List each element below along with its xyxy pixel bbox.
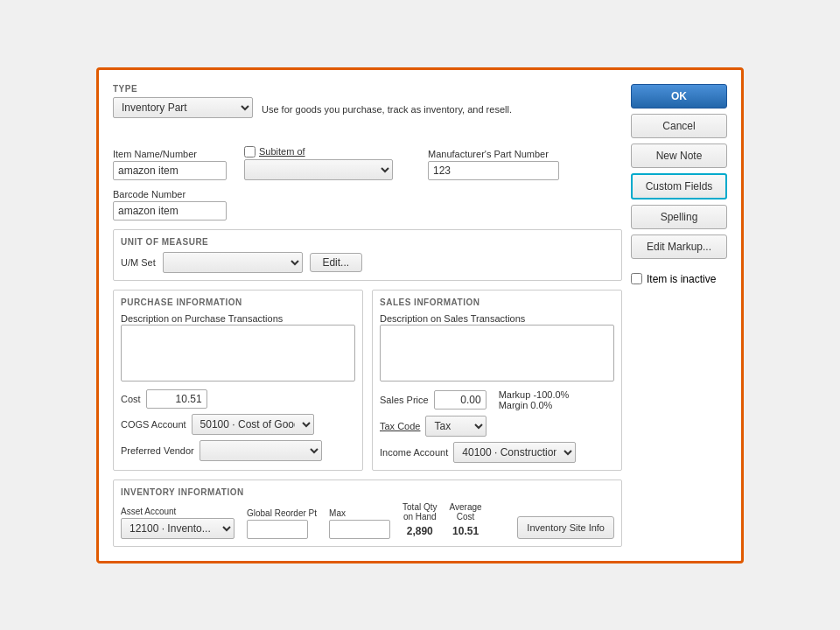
sales-price-input[interactable] <box>434 390 486 410</box>
item-name-input[interactable] <box>113 161 227 180</box>
type-description: Use for goods you purchase, track as inv… <box>262 101 512 118</box>
manufacturer-label: Manufacturer's Part Number <box>428 149 559 159</box>
subitem-label[interactable]: Subitem of <box>259 146 305 157</box>
edit-uom-button[interactable]: Edit... <box>310 253 362 272</box>
max-input[interactable] <box>329 520 390 539</box>
purchase-description[interactable] <box>121 325 355 382</box>
new-note-button[interactable]: New Note <box>631 144 727 168</box>
ok-button[interactable]: OK <box>631 84 727 108</box>
main-dialog: TYPE Inventory Part Use for goods you pu… <box>96 67 744 564</box>
sales-desc-label: Description on Sales Transactions <box>380 313 525 324</box>
avg-cost-label: AverageCost <box>450 502 482 522</box>
type-section-label: TYPE <box>113 84 622 94</box>
reorder-label: Global Reorder Pt <box>247 508 317 518</box>
cost-input[interactable] <box>146 389 207 409</box>
sales-price-label: Sales Price <box>380 395 429 405</box>
tax-code-select[interactable]: Tax Non <box>425 416 486 437</box>
custom-fields-button[interactable]: Custom Fields <box>631 173 727 200</box>
tax-code-label: Tax Code <box>380 421 420 431</box>
cogs-label: COGS Account <box>121 419 186 430</box>
max-label: Max <box>329 508 390 518</box>
sales-header: SALES INFORMATION <box>380 298 614 307</box>
barcode-input[interactable] <box>113 201 227 220</box>
asset-select[interactable]: 12100 · Invento... <box>121 518 234 539</box>
item-inactive-label: Item is inactive <box>647 273 716 285</box>
inventory-header: INVENTORY INFORMATION <box>121 487 614 497</box>
purchase-header: PURCHASE INFORMATION <box>121 298 355 307</box>
asset-label: Asset Account <box>121 507 234 516</box>
markup-value: Markup -100.0% <box>499 389 570 400</box>
type-select[interactable]: Inventory Part <box>113 97 253 118</box>
vendor-label: Preferred Vendor <box>121 445 194 456</box>
subitem-select[interactable] <box>244 159 393 180</box>
cogs-select[interactable]: 50100 · Cost of Goods... <box>192 414 314 435</box>
subitem-checkbox[interactable] <box>244 146 256 158</box>
purchase-desc-label: Description on Purchase Transactions <box>121 313 283 324</box>
spelling-button[interactable]: Spelling <box>631 205 727 229</box>
income-select[interactable]: 40100 · Construction I... <box>453 442 576 463</box>
uom-select[interactable] <box>163 252 303 273</box>
cost-label: Cost <box>121 394 141 404</box>
vendor-select[interactable] <box>200 440 322 461</box>
total-qty-label: Total Qtyon Hand <box>402 502 437 522</box>
income-label: Income Account <box>380 447 448 458</box>
item-name-label: Item Name/Number <box>113 149 227 159</box>
barcode-label: Barcode Number <box>113 189 622 200</box>
avg-cost-value: 10.51 <box>452 523 479 539</box>
edit-markup-button[interactable]: Edit Markup... <box>631 234 727 259</box>
reorder-input[interactable] <box>247 520 308 539</box>
uom-label: U/M Set <box>121 257 156 268</box>
manufacturer-input[interactable] <box>428 161 559 180</box>
total-qty-value: 2,890 <box>407 523 433 539</box>
sales-description[interactable] <box>380 325 614 382</box>
inventory-site-info-button[interactable]: Inventory Site Info <box>517 516 614 539</box>
uom-header: UNIT OF MEASURE <box>121 237 614 247</box>
margin-value: Margin 0.0% <box>499 400 570 410</box>
cancel-button[interactable]: Cancel <box>631 114 727 138</box>
item-inactive-checkbox[interactable] <box>631 273 642 284</box>
